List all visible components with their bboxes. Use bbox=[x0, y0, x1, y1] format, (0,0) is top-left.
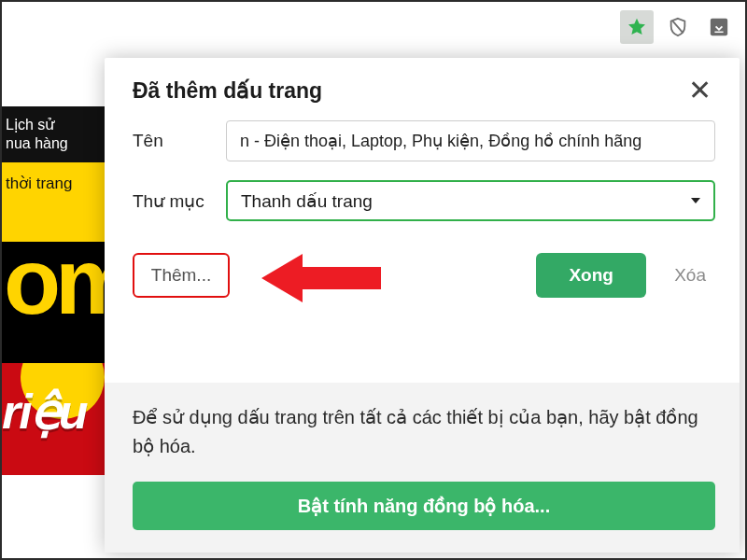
enable-sync-button[interactable]: Bật tính năng đồng bộ hóa... bbox=[133, 482, 715, 530]
bookmark-name-input[interactable] bbox=[226, 120, 715, 161]
history-tab[interactable]: Lịch sử nua hàng bbox=[2, 106, 105, 162]
promo-logo bbox=[2, 242, 105, 363]
name-label: Tên bbox=[133, 131, 211, 151]
more-button[interactable]: Thêm... bbox=[133, 253, 230, 298]
folder-label: Thư mục bbox=[133, 190, 211, 212]
folder-select-value: Thanh dấu trang bbox=[241, 190, 373, 212]
close-icon[interactable]: ✕ bbox=[684, 78, 715, 103]
shield-icon[interactable] bbox=[661, 10, 695, 44]
svg-rect-1 bbox=[711, 19, 727, 35]
extensions-toolbar bbox=[2, 2, 745, 52]
svg-marker-3 bbox=[261, 254, 381, 302]
sync-text: Để sử dụng dấu trang trên tất cả các thi… bbox=[133, 403, 715, 461]
promo-red bbox=[2, 363, 105, 475]
svg-line-0 bbox=[673, 21, 684, 34]
fashion-tab[interactable]: thời trang bbox=[2, 162, 105, 204]
svg-rect-2 bbox=[714, 32, 723, 33]
arrow-annotation bbox=[261, 248, 383, 308]
page-behind-popup: Lịch sử nua hàng thời trang bbox=[2, 52, 105, 558]
delete-button[interactable]: Xóa bbox=[665, 253, 715, 298]
sync-section: Để sử dụng dấu trang trên tất cả các thi… bbox=[105, 383, 740, 553]
bookmark-folder-select[interactable]: Thanh dấu trang bbox=[226, 180, 715, 221]
download-icon[interactable] bbox=[702, 10, 736, 44]
bookmark-added-popup: Đã thêm dấu trang ✕ Tên Thư mục Thanh dấ… bbox=[105, 58, 740, 553]
bookmark-star-icon[interactable] bbox=[620, 10, 654, 44]
popup-title: Đã thêm dấu trang bbox=[133, 78, 322, 104]
done-button[interactable]: Xong bbox=[536, 253, 646, 298]
